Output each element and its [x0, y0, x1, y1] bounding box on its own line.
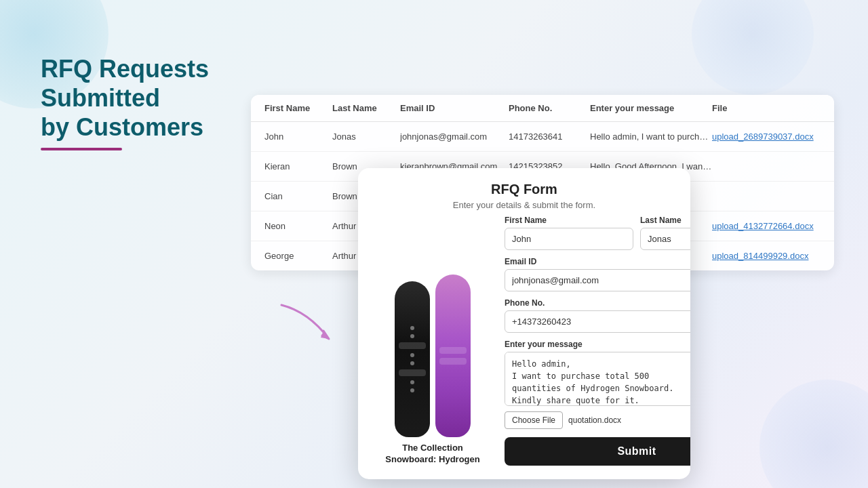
- email-input[interactable]: [505, 269, 690, 291]
- form-section: First Name Last Name Email ID Phone No.: [494, 216, 690, 466]
- email-label: Email ID: [505, 257, 690, 266]
- file-row: Choose File quotation.docx: [505, 411, 690, 429]
- snowboard-images: [395, 268, 471, 437]
- snowboard-strap: [399, 369, 426, 376]
- col-file: File: [712, 103, 821, 113]
- cell-last-name: Jonas: [332, 131, 400, 142]
- phone-group: Phone No.: [505, 298, 690, 333]
- snowboard-dot: [410, 326, 414, 330]
- product-section: The Collection Snowboard: Hydrogen: [372, 216, 494, 466]
- modal-header: RFQ Form Enter your details & submit the…: [358, 168, 690, 216]
- title-underline: [41, 148, 122, 150]
- snowboard-dot: [410, 353, 414, 357]
- snowboard-strap: [439, 347, 467, 354]
- message-textarea[interactable]: Hello admin, I want to purchase total 50…: [505, 352, 690, 406]
- message-group: Enter your message Hello admin, I want t…: [505, 340, 690, 406]
- page-title: RFQ Requests Submitted by Customers: [41, 54, 231, 142]
- cell-first-name: Neon: [264, 221, 332, 231]
- modal-body: The Collection Snowboard: Hydrogen First…: [358, 216, 690, 479]
- snowboard-dot: [410, 361, 414, 365]
- first-name-group: First Name: [505, 216, 633, 250]
- snowboard-strap: [399, 342, 426, 349]
- col-last-name: Last Name: [332, 103, 400, 113]
- phone-input[interactable]: [505, 310, 690, 333]
- arrow-decoration: [268, 298, 370, 366]
- name-row: First Name Last Name: [505, 216, 690, 250]
- cell-file-link[interactable]: upload_4132772664.docx: [712, 221, 821, 231]
- cell-message: Hello admin, I want to purchase total 50…: [590, 131, 712, 142]
- cell-first-name: Kieran: [264, 161, 332, 171]
- table-header: First Name Last Name Email ID Phone No. …: [251, 95, 834, 122]
- submit-button[interactable]: Submit: [505, 437, 690, 466]
- cell-phone: 14173263641: [509, 131, 590, 142]
- modal-title: RFQ Form: [372, 182, 677, 197]
- cell-email: johnjonas@gmail.com: [400, 131, 509, 142]
- rfq-modal: RFQ Form Enter your details & submit the…: [358, 168, 690, 479]
- bg-blob-br: [760, 380, 868, 488]
- first-name-label: First Name: [505, 216, 633, 225]
- last-name-label: Last Name: [640, 216, 690, 225]
- email-group: Email ID: [505, 257, 690, 291]
- snowboard-black: [395, 281, 430, 437]
- col-first-name: First Name: [264, 103, 332, 113]
- first-name-input[interactable]: [505, 228, 633, 250]
- snowboard-dot: [410, 334, 414, 338]
- page-title-section: RFQ Requests Submitted by Customers: [41, 54, 231, 150]
- product-name: The Collection Snowboard: Hydrogen: [385, 443, 479, 466]
- col-phone: Phone No.: [509, 103, 590, 113]
- snowboard-dot: [410, 380, 414, 384]
- message-label: Enter your message: [505, 340, 690, 349]
- phone-label: Phone No.: [505, 298, 690, 308]
- last-name-group: Last Name: [640, 216, 690, 250]
- cell-first-name: Cian: [264, 191, 332, 201]
- table-row: John Jonas johnjonas@gmail.com 141732636…: [251, 122, 834, 152]
- cell-file-link[interactable]: upload_2689739037.docx: [712, 131, 821, 142]
- file-name: quotation.docx: [568, 415, 621, 425]
- col-email: Email ID: [400, 103, 509, 113]
- snowboard-purple: [435, 274, 471, 437]
- modal-subtitle: Enter your details & submit the form.: [372, 200, 677, 210]
- choose-file-button[interactable]: Choose File: [505, 411, 563, 429]
- cell-first-name: John: [264, 131, 332, 142]
- snowboard-strap: [439, 358, 467, 365]
- snowboard-dot: [410, 388, 414, 392]
- cell-file-link[interactable]: upload_814499929.docx: [712, 251, 821, 261]
- col-message: Enter your message: [590, 103, 712, 113]
- last-name-input[interactable]: [640, 228, 690, 250]
- bg-blob-tr: [692, 0, 814, 95]
- cell-first-name: George: [264, 251, 332, 261]
